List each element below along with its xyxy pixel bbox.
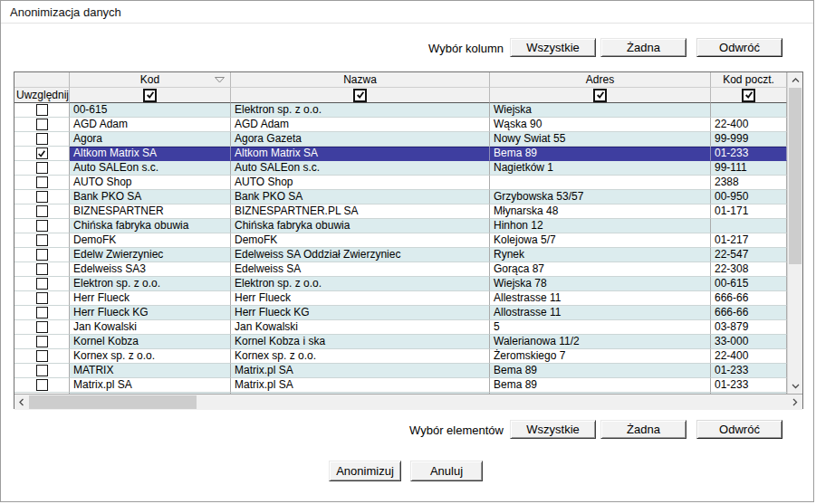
cell-kod: Edelw Zwierzyniec bbox=[70, 248, 231, 262]
cell-adres: Walerianowa 11/2 bbox=[490, 335, 711, 349]
column-header-kod[interactable]: Kod bbox=[70, 72, 231, 88]
row-checkbox-cell bbox=[14, 262, 70, 277]
row-include-checkbox[interactable] bbox=[36, 278, 48, 290]
cell-kod-poczt: 666-66 bbox=[711, 291, 787, 306]
table-row[interactable]: Chińska fabryka obuwia Chińska fabryka o… bbox=[14, 219, 787, 233]
corner-header-cell bbox=[14, 72, 70, 88]
cell-kod-poczt: 33-000 bbox=[711, 335, 787, 349]
elements-none-button[interactable]: Żadna bbox=[600, 420, 686, 439]
row-checkbox-cell bbox=[14, 277, 70, 291]
columns-invert-button[interactable]: Odwróć bbox=[696, 38, 782, 57]
row-include-checkbox[interactable] bbox=[36, 249, 48, 261]
table-row[interactable]: Matrix.pl SA Matrix.pl SA Bema 89 01-233 bbox=[14, 378, 787, 393]
column-header-adres[interactable]: Adres bbox=[490, 72, 711, 88]
cell-nazwa: Edelweiss SA bbox=[231, 262, 490, 277]
table-row[interactable]: MATRIX Matrix.pl SA Bema 89 01-233 bbox=[14, 364, 787, 378]
cell-adres: Bema 89 bbox=[490, 378, 711, 393]
include-column-header: Uwzględnij bbox=[14, 88, 70, 103]
table-row[interactable]: Edelw Zwierzyniec Edelweiss SA Oddział Z… bbox=[14, 248, 787, 262]
column-select-checkbox[interactable] bbox=[353, 89, 367, 102]
row-include-checkbox[interactable] bbox=[36, 104, 48, 116]
scroll-down-button[interactable] bbox=[788, 378, 802, 394]
elements-all-button[interactable]: Wszystkie bbox=[510, 420, 596, 439]
table-row[interactable]: DemoFK DemoFK Kolejowa 5/7 01-217 bbox=[14, 233, 787, 248]
table-row[interactable]: Agora Agora Gazeta Nowy Swiat 55 99-999 bbox=[14, 132, 787, 147]
cell-nazwa: Jan Kowalski bbox=[231, 320, 490, 335]
row-include-checkbox[interactable] bbox=[36, 263, 48, 275]
table-row[interactable]: Herr Flueck Herr Flueck Allestrasse 11 6… bbox=[14, 291, 787, 306]
column-header-label: Kod poczt. bbox=[723, 73, 774, 86]
row-include-checkbox[interactable] bbox=[36, 350, 48, 362]
table-row[interactable]: Auto SALEon s.c. Auto SALEon s.c. Nagiet… bbox=[14, 161, 787, 176]
cell-adres: Nagietków 1 bbox=[490, 161, 711, 176]
table-row[interactable]: Edelweiss SA3 Edelweiss SA Gorąca 87 22-… bbox=[14, 262, 787, 277]
row-include-checkbox[interactable] bbox=[36, 321, 48, 333]
cancel-button[interactable]: Anuluj bbox=[410, 461, 483, 481]
columns-none-button[interactable]: Żadna bbox=[600, 38, 686, 57]
table-row[interactable]: BIZNESPARTNER BIZNESPARTNER.PL SA Młynar… bbox=[14, 204, 787, 219]
table-row[interactable]: Kornex sp. z o.o. Kornex sp. z o.o. Żero… bbox=[14, 349, 787, 364]
row-include-checkbox[interactable] bbox=[36, 162, 48, 174]
row-include-checkbox[interactable] bbox=[36, 176, 48, 188]
row-include-checkbox[interactable] bbox=[36, 379, 48, 391]
row-include-checkbox[interactable] bbox=[36, 133, 48, 145]
column-header-nazwa[interactable]: Nazwa bbox=[231, 72, 490, 88]
row-include-checkbox[interactable] bbox=[36, 336, 48, 347]
row-include-checkbox[interactable] bbox=[36, 119, 48, 130]
cell-kod: Jan Kowalski bbox=[70, 320, 231, 335]
elements-invert-button[interactable]: Odwróć bbox=[696, 420, 782, 439]
table-row[interactable]: Jan Kowalski Jan Kowalski 5 03-879 bbox=[14, 320, 787, 335]
cell-adres: Nowy Swiat 55 bbox=[490, 132, 711, 147]
cell-nazwa: Chińska fabryka obuwia bbox=[231, 219, 490, 233]
horizontal-scrollbar[interactable] bbox=[14, 394, 802, 410]
row-include-checkbox[interactable] bbox=[36, 220, 48, 232]
table-row[interactable]: AGD Adam AGD Adam Wąska 90 22-400 bbox=[14, 118, 787, 132]
row-include-checkbox[interactable] bbox=[36, 191, 48, 203]
horizontal-scrollbar-thumb[interactable] bbox=[29, 395, 197, 409]
cell-kod-poczt: 01-233 bbox=[711, 147, 787, 161]
table-row[interactable]: Altkom Matrix SA Altkom Matrix SA Bema 8… bbox=[14, 147, 787, 161]
column-select-checkbox[interactable] bbox=[593, 89, 607, 102]
row-include-checkbox[interactable] bbox=[36, 292, 48, 304]
row-include-checkbox[interactable] bbox=[36, 307, 48, 319]
vertical-scrollbar[interactable] bbox=[787, 72, 802, 394]
column-select-checkbox[interactable] bbox=[742, 89, 755, 102]
cell-adres: Wiejska bbox=[490, 103, 711, 118]
column-header-kod-poczt[interactable]: Kod poczt. bbox=[711, 72, 787, 88]
cell-adres: Młynarska 48 bbox=[490, 204, 711, 219]
cell-kod-poczt: 00-950 bbox=[711, 190, 787, 204]
row-checkbox-cell bbox=[14, 103, 70, 118]
anonymize-button[interactable]: Anonimizuj bbox=[329, 461, 401, 481]
scroll-left-button[interactable] bbox=[14, 395, 29, 410]
table-row[interactable]: 00-615 Elektron sp. z o.o. Wiejska bbox=[14, 103, 787, 118]
row-include-checkbox[interactable] bbox=[36, 365, 48, 376]
cell-kod-poczt bbox=[711, 103, 787, 118]
column-select-checkbox[interactable] bbox=[143, 89, 157, 102]
check-icon bbox=[37, 149, 46, 158]
row-include-checkbox[interactable] bbox=[36, 205, 48, 217]
table-row[interactable]: Bank PKO SA Bank PKO SA Grzybowska 53/57… bbox=[14, 190, 787, 204]
table-row[interactable]: AUTO Shop AUTO Shop 2388 bbox=[14, 176, 787, 190]
cell-adres: Bema 89 bbox=[490, 364, 711, 378]
vertical-scrollbar-thumb[interactable] bbox=[789, 88, 802, 264]
columns-all-button[interactable]: Wszystkie bbox=[510, 38, 596, 57]
table-row[interactable]: Kornel Kobza Kornel Kobza i ska Walerian… bbox=[14, 335, 787, 349]
cell-adres: Wiejska 78 bbox=[490, 277, 711, 291]
check-icon bbox=[146, 90, 155, 100]
table-row[interactable]: Herr Flueck KG Herr Flueck KG Allostrass… bbox=[14, 306, 787, 320]
scroll-right-button[interactable] bbox=[788, 395, 802, 410]
cell-nazwa: AGD Adam bbox=[231, 118, 490, 132]
cell-kod: Edelweiss SA3 bbox=[70, 262, 231, 277]
cell-nazwa: Elektron sp. z o.o. bbox=[231, 103, 490, 118]
cell-adres: Gorąca 87 bbox=[490, 262, 711, 277]
sort-descending-icon bbox=[215, 77, 225, 83]
row-include-checkbox[interactable] bbox=[36, 147, 48, 159]
cell-kod-poczt: 03-879 bbox=[711, 320, 787, 335]
column-checkbox-cell bbox=[490, 88, 711, 103]
scroll-up-button[interactable] bbox=[788, 72, 802, 88]
row-include-checkbox[interactable] bbox=[36, 234, 48, 246]
table-row[interactable]: Elektron sp. z o.o. Elektron sp. z o.o. … bbox=[14, 277, 787, 291]
column-selector-label: Wybór kolumn bbox=[363, 42, 504, 55]
column-header-label: Kod bbox=[140, 73, 159, 86]
cell-kod-poczt: 01-233 bbox=[711, 378, 787, 393]
